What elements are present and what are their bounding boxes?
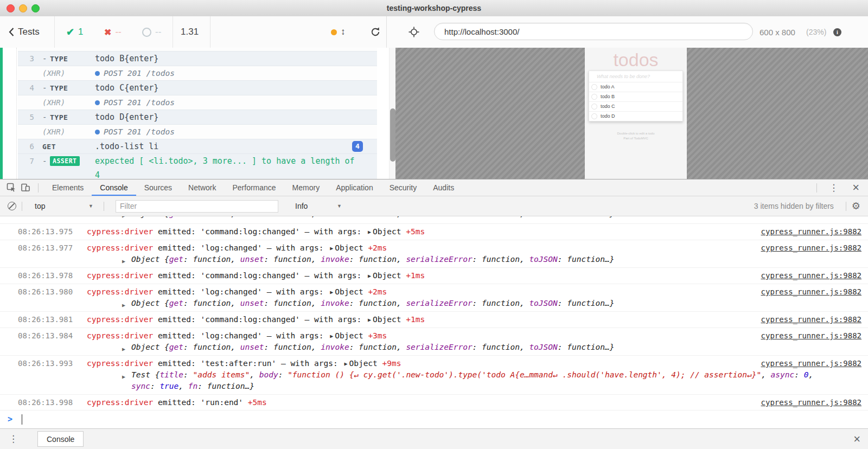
todo-item[interactable]: todo C (589, 102, 682, 112)
app-preview: todos What needs to be done? todo Atodo … (395, 48, 868, 179)
todo-toggle-icon[interactable] (591, 113, 597, 119)
tab-memory[interactable]: Memory (284, 179, 328, 196)
log-level-dropdown[interactable]: Info ▼ (290, 202, 347, 210)
tab-security[interactable]: Security (381, 179, 425, 196)
refresh-icon (370, 27, 381, 37)
source-link[interactable]: cypress_runner.js:9882 (761, 226, 861, 237)
x-icon: ✖ (104, 27, 111, 37)
devtools-menu-button[interactable]: ⋮ (822, 182, 845, 194)
devtools-panel: ElementsConsoleSourcesNetworkPerformance… (0, 179, 868, 449)
todo-toggle-icon[interactable] (591, 104, 597, 110)
timestamp: 08:26:13.984 (18, 330, 73, 341)
tab-application[interactable]: Application (328, 179, 381, 196)
tab-network[interactable]: Network (180, 179, 224, 196)
command-row[interactable]: 7-ASSERTexpected [ <li.todo>, 3 more... … (18, 154, 377, 179)
command-row[interactable]: 3-TYPEtodo B{enter} (18, 52, 377, 66)
failed-count: -- (115, 27, 121, 37)
clear-console-icon[interactable] (8, 202, 16, 210)
expand-triangle-icon[interactable]: ▶ (122, 299, 125, 311)
console-prompt[interactable]: > (0, 410, 868, 429)
context-label: top (35, 202, 45, 210)
selector-playground-button[interactable] (408, 16, 420, 48)
command-row[interactable]: 4-TYPEtodo C{enter} (18, 81, 377, 95)
assert-badge: ASSERT (50, 156, 80, 166)
device-toolbar-icon (21, 183, 30, 193)
expand-triangle-icon[interactable]: ▶ (122, 255, 125, 267)
source-link[interactable]: cypress_runner.js:9882 (761, 270, 861, 281)
tab-audits[interactable]: Audits (425, 179, 462, 196)
todo-item[interactable]: todo D (589, 112, 682, 121)
devtools-close-button[interactable]: × (845, 180, 868, 195)
prompt-chevron-icon: > (8, 414, 12, 424)
source-link[interactable]: cypress_runner.js:9882 (761, 358, 861, 369)
inspect-element-button[interactable] (4, 181, 18, 195)
source-link[interactable]: cypress_runner.js:9882 (761, 314, 861, 325)
log-row-xhr[interactable]: (XHR)POST 201 /todos (18, 66, 377, 81)
console-entry: 08:26:13.998cypress:driver emitted: 'run… (0, 394, 868, 410)
todo-item[interactable]: todo B (589, 92, 682, 102)
timestamp: 08:26:13.975 (18, 226, 73, 237)
command-row[interactable]: 5-TYPEtodo D{enter} (18, 110, 377, 125)
source-link[interactable]: cypress_runner.js:9882 (761, 397, 861, 408)
timestamp: 08:26:13.977 (18, 242, 73, 253)
drawer-tab-console[interactable]: Console (37, 431, 84, 447)
text-caret (22, 414, 22, 425)
scrollbar-thumb[interactable] (390, 108, 395, 162)
console-filter-input[interactable] (116, 200, 278, 213)
xhr-dot-icon (95, 100, 100, 105)
drawer-close-button[interactable]: × (846, 432, 868, 447)
todo-toggle-icon[interactable] (591, 84, 597, 90)
todo-toggle-icon[interactable] (591, 94, 597, 100)
expand-triangle-icon[interactable]: ▶ (122, 371, 125, 382)
failed-stat: ✖ -- (104, 16, 122, 48)
circle-icon (142, 28, 151, 37)
tab-performance[interactable]: Performance (224, 179, 284, 196)
app-window: testing-workshop-cypress Tests ✔ 1 ✖ -- … (0, 0, 868, 449)
execution-context-dropdown[interactable]: top ▼ (30, 202, 98, 210)
inspect-cursor-icon (7, 183, 16, 193)
passed-stat: ✔ 1 (66, 16, 84, 48)
restart-tests-button[interactable] (370, 16, 381, 48)
command-row[interactable]: 6GET.todo-list li4 (18, 139, 377, 154)
cypress-header: Tests ✔ 1 ✖ -- -- 1.31 ↕ (0, 16, 868, 48)
todo-item[interactable]: todo A (589, 82, 682, 92)
element-count-badge: 4 (352, 141, 363, 152)
log-row-xhr[interactable]: (XHR)POST 201 /todos (18, 125, 377, 139)
todo-app-page: todos What needs to be done? todo Atodo … (585, 48, 687, 179)
console-entry: 08:26:13.975cypress:driver emitted: 'com… (0, 223, 868, 240)
chevron-down-icon: ▼ (337, 203, 342, 209)
timestamp: 08:26:13.980 (18, 286, 73, 297)
tab-console[interactable]: Console (92, 179, 136, 196)
command-log: (XHR)POST 201 /todos3-TYPEtodo B{enter}(… (18, 48, 377, 179)
log-row-xhr[interactable]: (XHR)POST 201 /todos (18, 48, 377, 52)
drawer-menu-button[interactable]: ⋮ (0, 433, 24, 445)
console-entry: 08:26:13.978cypress:driver emitted: 'com… (0, 267, 868, 284)
todo-footer: Double-click to edit a todoPart of TodoM… (585, 131, 687, 141)
snapshot-controls[interactable]: ↕ (331, 16, 346, 48)
devtools-tabbar: ElementsConsoleSourcesNetworkPerformance… (0, 179, 868, 196)
chevron-down-icon: ▼ (88, 203, 93, 209)
source-link[interactable]: cypress_runner.js:9882 (761, 242, 861, 253)
new-todo-input[interactable]: What needs to be done? (589, 71, 682, 82)
source-link[interactable]: cypress_runner.js:9882 (761, 330, 861, 341)
expand-triangle-icon[interactable]: ▶ (122, 343, 125, 355)
indent-guide (16, 48, 17, 179)
expand-triangle-icon[interactable]: ▶ (122, 216, 125, 221)
chevron-left-icon (9, 28, 14, 36)
url-bar[interactable]: http://localhost:3000/ (434, 23, 753, 40)
todo-card: What needs to be done? todo Atodo Btodo … (589, 70, 683, 121)
source-link[interactable]: cypress_runner.js:9882 (761, 286, 861, 297)
console-settings-gear-icon[interactable]: ⚙ (852, 200, 860, 212)
device-toolbar-button[interactable] (18, 181, 33, 195)
info-icon[interactable]: i (833, 28, 841, 36)
tab-elements[interactable]: Elements (44, 179, 92, 196)
back-to-tests-button[interactable]: Tests (9, 16, 40, 48)
timestamp: 08:26:13.981 (18, 314, 73, 325)
log-level-label: Info (295, 202, 308, 210)
viewport-size: 600 x 800 (760, 16, 795, 48)
xhr-dot-icon (95, 71, 100, 76)
window-title: testing-workshop-cypress (0, 0, 868, 16)
console-log: ▶Object {get: function, unset: function,… (0, 216, 868, 429)
tab-sources[interactable]: Sources (136, 179, 180, 196)
log-row-xhr[interactable]: (XHR)POST 201 /todos (18, 95, 377, 110)
